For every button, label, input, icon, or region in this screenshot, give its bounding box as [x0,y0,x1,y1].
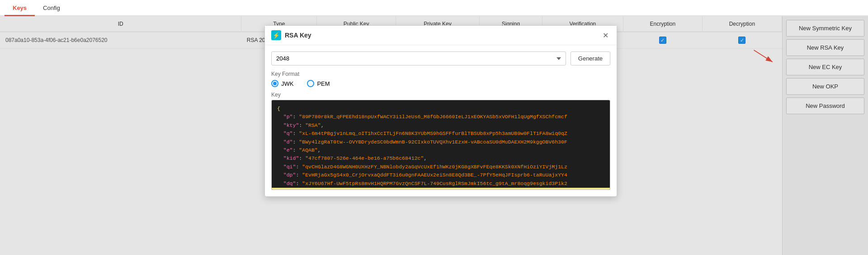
radio-pem-label: PEM [317,80,330,87]
key-line-kty: "kty": "RSA", [277,121,604,130]
key-line-dq: "dq": "xJY6U67Hf-UwF5tpRs8mvH1HQRPM7GvzQ… [277,180,604,188]
modal-overlay: ⚡ RSA Key ✕ 2048 1024 4096 Generate K [0,16,868,255]
key-line-q: "q": "xL-6m4tPBgjv1nLmq_oIT1hxCcITLjFn6N… [277,130,604,138]
radio-pem[interactable]: PEM [307,80,330,87]
key-line-brace-open: { [277,105,604,113]
radio-pem-circle [307,80,314,87]
key-line-e: "e": "AQAB", [277,146,604,154]
modal-title: RSA Key [285,32,601,39]
modal-close-button[interactable]: ✕ [601,31,610,40]
key-size-select[interactable]: 2048 1024 4096 [271,51,566,65]
generate-button[interactable]: Generate [571,51,610,65]
tab-keys[interactable]: Keys [5,1,35,16]
key-content[interactable]: { "p": "89P780r8kR_qFPEEhd18npUxfWACY3i1… [271,100,610,190]
key-line-qi: "qi": "qvCHGlazD4G8WGNH0UXHzFY_NBNlobdy2… [277,163,604,171]
modal-icon: ⚡ [271,30,281,40]
modal-title-bar: ⚡ RSA Key ✕ [265,26,617,45]
key-line-d: "d": "BWy4lzgRaT0tw--OVYBDrydeSC0bdWmnB-… [277,138,604,146]
radio-jwk-circle [271,80,278,87]
key-line-kid: "kid": "47cf7807-526e-464e-be16-a75b6c68… [277,154,604,162]
tab-config[interactable]: Config [35,1,68,16]
modal-body: 2048 1024 4096 Generate Key Format JWK [265,45,617,196]
key-format-section: Key Format JWK PEM [271,71,610,87]
key-section-label: Key [271,92,610,98]
radio-jwk-label: JWK [281,80,293,87]
key-line-p: "p": "89P780r8kR_qFPEEhd18npUxfWACY3i1lJ… [277,113,604,121]
radio-group: JWK PEM [271,80,610,87]
radio-jwk[interactable]: JWK [271,80,293,87]
key-size-row: 2048 1024 4096 Generate [271,51,610,65]
key-line-dp: "dp": "EvHRjaGx5gS4x0_CrjOrvxaQddFT3i6u0… [277,171,604,179]
main-content: ID Type Public Key Private Key Signing V… [0,16,868,255]
tabs-bar: Keys Config [0,0,868,16]
key-format-label: Key Format [271,71,610,77]
key-line-n: "n": "u2Tpy2sGAE3zJr-DdbloS8wbjky7AR3y2v… [272,188,610,190]
rsa-key-modal: ⚡ RSA Key ✕ 2048 1024 4096 Generate K [264,25,617,197]
